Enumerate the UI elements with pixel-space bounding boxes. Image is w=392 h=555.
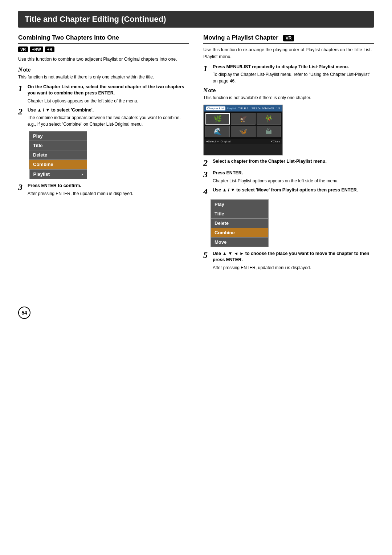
right-note: N ote This function is not available if … (203, 87, 374, 101)
menu-item-play: Play (29, 131, 87, 141)
right-step-3: 3 Press ENTER. Chapter List-Playlist opt… (203, 170, 374, 184)
vr-badge-right: VR (283, 35, 294, 41)
page-number: 54 (18, 307, 30, 319)
right-menu-row-play: Play (211, 199, 269, 209)
step-1-body: Chapter List options appears on the left… (28, 98, 189, 104)
chapter-grid: 🌿 🦅 🎋 🌊 🦋 🏔 (204, 112, 282, 139)
chapter-list-time: 7/12 5o 30MIN0S (252, 107, 274, 110)
step-2-title: Use ▲ / ▼ to select 'Combine'. (28, 107, 189, 114)
chapter-list-header-left: Chapter List Playlist (206, 106, 236, 110)
right-menu-item-move: Move (211, 237, 269, 247)
right-step-5: 5 Use ▲ ▼ ◄ ► to choose the place you wa… (203, 251, 374, 271)
left-step-1: 1 On the Chapter List menu, select the s… (18, 84, 189, 104)
menu-item-delete: Delete (29, 150, 87, 160)
chapter-thumb-1: 🌿 (205, 113, 230, 125)
right-step-1: 1 Press MENU/LIST repeatedly to display … (203, 64, 374, 85)
right-step-3-content: Press ENTER. Chapter List-Playlist optio… (213, 170, 374, 184)
chapter-list-title: TITLE 1 (238, 107, 248, 110)
chapter-page-num: 1/9 (276, 107, 280, 110)
chapter-thumb-4: 🌊 (205, 126, 230, 137)
left-section-title: Combining Two Chapters Into One (18, 34, 189, 44)
menu-row-title: Title (29, 141, 87, 150)
right-step-1-body: To display the Chapter List-Playlist men… (213, 71, 374, 84)
right-note-title: N ote (203, 87, 374, 94)
right-section-title: Moving a Playlist Chapter VR (203, 34, 374, 44)
right-title-text: Moving a Playlist Chapter (203, 34, 278, 41)
menu-item-playlist: Playlist › (29, 169, 87, 179)
right-intro: Use this function to re-arrange the play… (203, 46, 374, 60)
right-note-label: ote (208, 88, 216, 93)
right-step-4-title: Use ▲ / ▼ to select 'Move' from Playlist… (213, 187, 374, 194)
right-menu-table: Play Title Delete Combine Move (211, 199, 269, 247)
step-1-num: 1 (18, 84, 25, 93)
menu-row-combine: Combine (29, 160, 87, 169)
right-step-4: 4 Use ▲ / ▼ to select 'Move' from Playli… (203, 187, 374, 196)
playlist-sub-label: Playlist (227, 107, 236, 110)
right-step-2-title: Select a chapter from the Chapter List-P… (213, 158, 374, 165)
step-1-title: On the Chapter List menu, select the sec… (28, 84, 189, 97)
note-n-icon: N (18, 66, 23, 73)
step-2-body: The combine indicator appears between th… (28, 114, 189, 127)
vr-badge: VR (18, 46, 28, 52)
right-note-n-icon: N (203, 87, 208, 94)
menu-row-delete: Delete (29, 150, 87, 160)
main-content: Combining Two Chapters Into One VR +RW +… (18, 34, 374, 274)
right-step-1-title: Press MENU/LIST repeatedly to display Ti… (213, 64, 374, 70)
chapter-thumb-5: 🦋 (231, 126, 255, 137)
right-menu-item-title: Title (211, 209, 269, 218)
chapter-thumb-2: 🦅 (231, 113, 255, 125)
right-step-3-title: Press ENTER. (213, 170, 374, 177)
playlist-arrow-icon: › (81, 171, 83, 177)
step-2-num: 2 (18, 107, 25, 116)
right-note-text: This function is not available if there … (203, 94, 374, 101)
menu-item-title: Title (29, 141, 87, 150)
thumb-icon-4: 🌊 (214, 127, 222, 135)
right-menu-row-delete: Delete (211, 218, 269, 228)
step-3-body: After pressing ENTER, the updated menu i… (28, 190, 189, 197)
thumb-icon-3: 🎋 (265, 115, 273, 123)
thumb-icon-1: 🌿 (214, 115, 222, 123)
plusr-badge: +R (45, 46, 54, 52)
playlist-label: Playlist (33, 171, 50, 177)
chapter-list-image: Chapter List Playlist TITLE 1 7/12 5o 30… (203, 105, 283, 155)
thumb-icon-2: 🦅 (239, 115, 247, 123)
chapter-list-badge: Chapter List (206, 106, 225, 110)
step-1-content: On the Chapter List menu, select the sec… (28, 84, 189, 104)
page-title: Title and Chapter Editing (Continued) (18, 11, 374, 28)
right-step-3-num: 3 (203, 170, 211, 179)
chapter-thumb-6: 🏔 (257, 126, 281, 137)
right-step-2: 2 Select a chapter from the Chapter List… (203, 158, 374, 167)
menu-row-playlist: Playlist › (29, 169, 87, 179)
left-note: N ote This function is not available if … (18, 66, 189, 80)
right-step-2-content: Select a chapter from the Chapter List-P… (213, 158, 374, 166)
menu-item-combine: Combine (29, 160, 87, 169)
right-step-1-num: 1 (203, 64, 211, 73)
right-step-2-num: 2 (203, 158, 211, 167)
chapter-list-header: Chapter List Playlist TITLE 1 7/12 5o 30… (204, 105, 282, 112)
left-step-3: 3 Press ENTER to confirm. After pressing… (18, 183, 189, 197)
right-step-4-num: 4 (203, 187, 211, 196)
right-menu-row-combine: Combine (211, 228, 269, 237)
bottom-bar: 54 (18, 285, 374, 319)
note-label: ote (23, 67, 31, 73)
chapter-list-title-info: TITLE 1 7/12 5o 30MIN0S (238, 107, 274, 110)
step-3-num: 3 (18, 183, 25, 191)
left-menu-table: Play Title Delete Combine Playlist › (29, 131, 87, 179)
right-step-5-num: 5 (203, 251, 211, 259)
right-menu-item-play: Play (211, 199, 269, 209)
step-2-content: Use ▲ / ▼ to select 'Combine'. The combi… (28, 107, 189, 128)
right-column: Moving a Playlist Chapter VR Use this fu… (203, 34, 374, 274)
menu-row-play: Play (29, 131, 87, 141)
badge-row: VR +RW +R (18, 46, 189, 52)
right-menu-item-delete: Delete (211, 218, 269, 228)
plusrw-badge: +RW (30, 46, 43, 52)
step-3-content: Press ENTER to confirm. After pressing E… (28, 183, 189, 197)
right-step-5-content: Use ▲ ▼ ◄ ► to choose the place you want… (213, 251, 374, 271)
left-note-text: This function is not available if there … (18, 74, 189, 80)
chapter-thumb-3: 🎋 (257, 113, 281, 125)
right-menu-row-move: Move (211, 237, 269, 247)
step-3-title: Press ENTER to confirm. (28, 183, 189, 189)
left-intro: Use this function to combine two adjacen… (18, 56, 189, 63)
right-step-5-body: After pressing ENTER, updated menu is di… (213, 264, 374, 271)
right-menu-row-title: Title (211, 209, 269, 218)
